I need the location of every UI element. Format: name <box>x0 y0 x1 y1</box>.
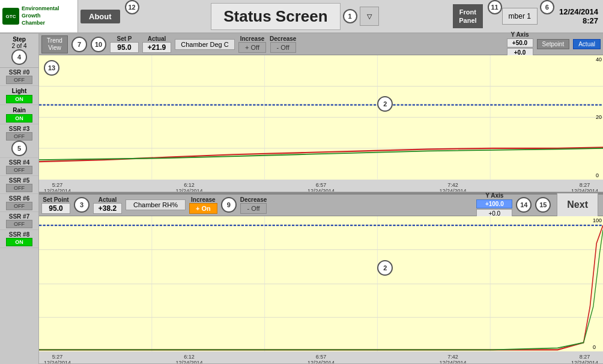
top-chart-section: 13 2 <box>39 55 603 192</box>
step-label: Step <box>2 36 36 43</box>
increase-button-bot[interactable]: + On <box>189 203 217 214</box>
about-button[interactable]: About <box>80 10 120 23</box>
light-label: Light <box>12 87 26 95</box>
ssr5-label: SSR #5 <box>9 177 29 184</box>
status-screen-title: Status Screen <box>211 3 340 30</box>
set-point-value-top: 95.0 <box>110 42 139 53</box>
xaxis-item-3: 7:4212/24/2014 <box>439 182 466 192</box>
top-controls-row: TrendView 7 10 Set P 95.0 Actual +21.9 C… <box>39 34 603 55</box>
increase-button-top[interactable]: + Off <box>238 42 266 53</box>
step-value: 2 of 4 <box>2 43 36 49</box>
badge-5: 5 <box>11 141 27 156</box>
y-axis-label-top: Y Axis <box>511 31 529 38</box>
ssr3-label: SSR #3 <box>9 126 29 132</box>
ssr0-status[interactable]: OFF <box>6 76 32 84</box>
increase-label-bot: Increase <box>191 196 216 203</box>
top-chart-svg <box>39 55 603 180</box>
ssr5-status[interactable]: OFF <box>6 184 32 192</box>
next-button[interactable]: Next <box>557 193 598 217</box>
ssr4-status[interactable]: OFF <box>6 166 32 174</box>
main-content: Step 2 of 4 4 SSR #0 OFF Light ON Rain O… <box>0 34 603 364</box>
ssr7-row: SSR #7 OFF <box>0 212 38 230</box>
logo-icon: GTC <box>2 8 19 25</box>
ssr4-label: SSR #4 <box>9 159 29 166</box>
bot-xaxis-item-4: 8:2712/24/2014 <box>571 354 598 364</box>
xaxis-item-1: 6:1212/24/2014 <box>175 182 202 192</box>
unit-label-bot: Chamber RH% <box>126 199 186 210</box>
charts-area: TrendView 7 10 Set P 95.0 Actual +21.9 C… <box>39 34 603 364</box>
ssr3-row: SSR #3 OFF 5 <box>0 124 38 158</box>
badge-12: 12 <box>125 0 139 14</box>
ssr6-status[interactable]: OFF <box>6 202 32 210</box>
ssr8-row: SSR #8 ON <box>0 230 38 248</box>
decrease-label-bot: Decrease <box>240 196 267 203</box>
bot-xaxis-item-1: 6:1212/24/2014 <box>175 354 202 364</box>
actual-value-bot: +38.2 <box>93 203 122 214</box>
rain-label: Rain <box>13 106 26 114</box>
y-bot-label-100: 100 <box>593 217 602 223</box>
top-chart-xaxis: 5:2712/24/2014 6:1212/24/2014 6:5712/24/… <box>39 180 603 192</box>
bot-xaxis-item-3: 7:4212/24/2014 <box>439 354 466 364</box>
bot-xaxis-item-2: 6:5712/24/2014 <box>308 354 335 364</box>
dropdown-arrow[interactable]: ▽ <box>360 7 379 26</box>
y-axis-top-input-bot[interactable]: +100.0 <box>476 199 512 208</box>
setpoint-button-top[interactable]: Setpoint <box>537 39 570 49</box>
increase-label-top: Increase <box>240 35 265 42</box>
actual-button-top[interactable]: Actual <box>573 39 601 49</box>
decrease-button-bot[interactable]: - Off <box>240 203 266 214</box>
y-bot-label-0: 0 <box>593 344 602 350</box>
rain-row: Rain ON <box>0 105 38 124</box>
actual-label-top: Actual <box>148 35 166 42</box>
rain-status[interactable]: ON <box>6 114 32 123</box>
ssr6-row: SSR #6 OFF <box>0 194 38 212</box>
y-label-0: 0 <box>596 172 602 178</box>
ssr6-label: SSR #6 <box>9 195 29 202</box>
title-area: Status Screen 1 ▽ <box>139 0 451 32</box>
xaxis-item-2: 6:5712/24/2014 <box>308 182 335 192</box>
header: GTC Environmental Growth Chamber About 1… <box>0 0 603 34</box>
xaxis-item-0: 5:2712/24/2014 <box>44 182 71 192</box>
badge-11: 11 <box>488 0 502 14</box>
actual-value-top: +21.9 <box>142 42 171 53</box>
badge-7: 7 <box>71 37 87 52</box>
company-name: Environmental Growth Chamber <box>22 5 59 26</box>
badge-3: 3 <box>74 197 89 213</box>
badge-9: 9 <box>221 197 237 213</box>
step-box: Step 2 of 4 4 <box>0 34 38 68</box>
badge-6: 6 <box>540 0 554 14</box>
bottom-chart-grid: 100 0 <box>39 216 603 351</box>
bottom-chart-xaxis: 5:2712/24/2014 6:1212/24/2014 6:5712/24/… <box>39 351 603 364</box>
chamber-label: mber 1 <box>502 8 538 25</box>
decrease-button-top[interactable]: - Off <box>270 42 296 53</box>
bottom-chart-svg <box>39 216 603 351</box>
xaxis-item-4: 8:2712/24/2014 <box>571 182 598 192</box>
sidebar: Step 2 of 4 4 SSR #0 OFF Light ON Rain O… <box>0 34 39 364</box>
ssr8-status[interactable]: ON <box>6 238 32 246</box>
set-point-label-top: Set P <box>117 35 132 42</box>
ssr7-status[interactable]: OFF <box>6 220 32 228</box>
bot-xaxis-item-0: 5:2712/24/2014 <box>44 354 71 364</box>
ssr7-label: SSR #7 <box>9 213 29 220</box>
set-point-value-bot: 95.0 <box>41 203 70 214</box>
bottom-chart-section: 2 <box>39 216 603 364</box>
ssr5-row: SSR #5 OFF <box>0 176 38 194</box>
unit-label-top: Chamber Deg C <box>175 39 235 50</box>
badge-10: 10 <box>91 37 106 52</box>
set-point-label-bot: Set Point <box>43 196 68 203</box>
ssr8-label: SSR #8 <box>9 231 29 238</box>
front-panel-button[interactable]: FrontPanel <box>453 4 482 29</box>
trend-view-button[interactable]: TrendView <box>41 35 68 53</box>
light-row: Light ON <box>0 86 38 105</box>
badge-13: 13 <box>44 60 59 76</box>
y-axis-label-bot: Y Axis <box>485 192 503 199</box>
logo-box: GTC Environmental Growth Chamber <box>0 0 78 32</box>
light-status[interactable]: ON <box>6 95 32 103</box>
actual-label-bot: Actual <box>98 196 117 203</box>
top-chart-grid: 40 20 0 <box>39 55 603 180</box>
badge-4: 4 <box>11 49 27 65</box>
ssr0-label: SSR #0 <box>9 69 29 76</box>
ssr3-status[interactable]: OFF <box>6 132 32 141</box>
ssr0-row: SSR #0 OFF <box>0 68 38 86</box>
bottom-controls-row: Set Point 95.0 3 Actual +38.2 Chamber RH… <box>39 195 603 216</box>
badge-15: 15 <box>535 197 551 213</box>
